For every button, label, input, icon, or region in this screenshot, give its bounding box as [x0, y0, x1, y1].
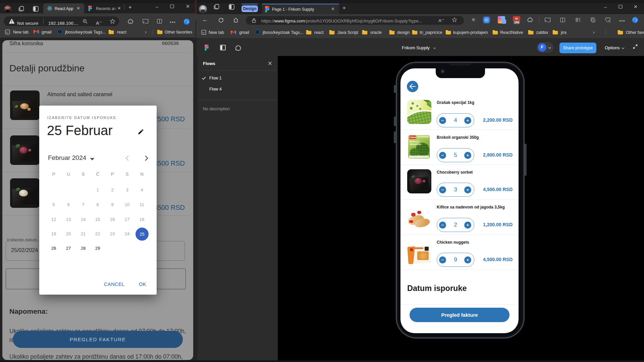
- svg-text:C: C: [473, 19, 474, 21]
